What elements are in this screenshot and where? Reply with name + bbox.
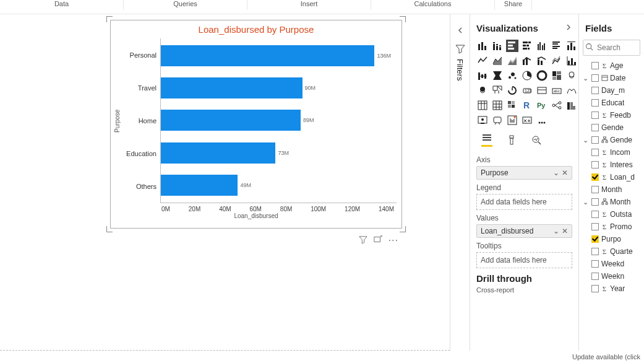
field-row[interactable]: ΣQuarte [583, 245, 644, 258]
slicer-icon[interactable] [565, 84, 578, 97]
values-field-remove-icon[interactable]: ✕ [562, 227, 568, 235]
field-checkbox[interactable] [591, 260, 599, 268]
ribbon-group-calculations[interactable]: Calculations [371, 0, 495, 10]
clustered-column-icon[interactable] [536, 40, 548, 52]
field-row[interactable]: Month [583, 183, 644, 196]
field-row[interactable]: Gende [583, 121, 644, 134]
scatter-icon[interactable] [506, 69, 518, 82]
analytics-tab[interactable] [531, 134, 542, 146]
shape-map-icon[interactable] [491, 84, 504, 97]
card-icon[interactable]: 123 [521, 84, 533, 97]
field-checkbox[interactable] [591, 223, 599, 230]
chevron-down-icon[interactable]: ⌄ [583, 136, 589, 144]
ribbon-group-share[interactable]: Share [495, 0, 532, 10]
collapse-viz-icon[interactable] [565, 24, 572, 33]
focus-mode-icon[interactable] [374, 235, 382, 246]
bar[interactable] [161, 175, 238, 196]
axis-field-remove-icon[interactable]: ✕ [562, 168, 568, 177]
report-canvas[interactable]: Loan_disbursed by Purpose Purpose Person… [0, 14, 450, 351]
map-icon[interactable] [565, 69, 578, 82]
donut-icon[interactable] [536, 69, 548, 82]
table-icon[interactable] [476, 99, 489, 112]
field-row[interactable]: Educat [583, 97, 644, 109]
chevron-down-icon[interactable]: ⌄ [583, 198, 589, 206]
filled-map-icon[interactable] [476, 84, 489, 97]
values-well[interactable]: Loan_disbursed ⌄✕ [476, 224, 572, 238]
line-stacked-icon[interactable] [536, 55, 548, 67]
field-checkbox[interactable] [591, 248, 599, 255]
matrix-icon[interactable] [491, 99, 504, 112]
field-row[interactable]: ΣFeedb [583, 109, 644, 121]
field-row[interactable]: ΣYear [583, 282, 644, 295]
ribbon-group-queries[interactable]: Queries [124, 0, 247, 10]
field-checkbox[interactable] [591, 112, 599, 119]
tooltips-well[interactable]: Add data fields here [476, 252, 572, 268]
stacked-bar-icon[interactable] [476, 40, 489, 52]
field-checkbox[interactable] [591, 74, 599, 82]
bar-chart-visual[interactable]: Loan_disbursed by Purpose Purpose Person… [108, 17, 405, 231]
field-checkbox[interactable] [591, 62, 599, 69]
r-visual-icon[interactable] [506, 99, 518, 112]
field-row[interactable]: ΣLoan_d [583, 171, 644, 183]
column-100-icon[interactable] [565, 40, 578, 52]
filter-icon[interactable] [359, 235, 367, 246]
stacked-column-icon[interactable] [491, 40, 504, 52]
powerapps-icon[interactable] [491, 114, 504, 126]
field-row[interactable]: ΣOutsta [583, 208, 644, 221]
custom-visual-icon[interactable] [506, 114, 518, 126]
line-column-icon[interactable] [521, 55, 533, 67]
field-row[interactable]: Weekn [583, 270, 644, 282]
field-row[interactable]: ΣInteres [583, 159, 644, 171]
clustered-bar-icon[interactable] [506, 40, 518, 52]
funnel-icon[interactable] [491, 69, 504, 82]
more-visuals-icon[interactable] [521, 114, 533, 126]
field-checkbox[interactable] [591, 186, 599, 193]
fields-search[interactable] [583, 40, 640, 56]
ribbon-group-insert[interactable]: Insert [247, 0, 371, 10]
key-influencers-icon[interactable]: Py [536, 99, 548, 112]
more-options-icon[interactable]: ··· [389, 235, 398, 246]
field-row[interactable]: ⌄Month [583, 196, 644, 208]
field-checkbox[interactable] [591, 161, 599, 168]
axis-well[interactable]: Purpose ⌄✕ [476, 166, 572, 180]
field-checkbox[interactable] [591, 273, 599, 280]
line-icon[interactable] [476, 55, 489, 67]
waterfall-icon[interactable] [565, 55, 578, 67]
bar[interactable] [161, 77, 303, 98]
stacked-area-icon[interactable] [506, 55, 518, 67]
field-row[interactable]: Day_m [583, 84, 644, 97]
viz-icon[interactable] [536, 114, 548, 126]
ribbon-group-data[interactable]: Data [0, 0, 124, 10]
axis-field-dropdown-icon[interactable]: ⌄ [553, 168, 559, 177]
fields-tab[interactable] [481, 133, 492, 147]
qa-icon[interactable] [565, 99, 578, 112]
field-checkbox[interactable] [591, 173, 599, 181]
field-row[interactable]: Weekd [583, 258, 644, 270]
area-icon[interactable] [491, 55, 504, 67]
field-checkbox[interactable] [591, 99, 599, 107]
pie-icon[interactable] [521, 69, 533, 82]
fields-search-input[interactable] [596, 43, 638, 53]
bar[interactable] [161, 45, 374, 66]
status-bar-update[interactable]: Update available (click [572, 351, 640, 363]
axis-field-pill[interactable]: Purpose [481, 168, 509, 177]
treemap-icon[interactable] [551, 69, 563, 82]
field-checkbox[interactable] [591, 136, 599, 144]
stacked-bar-100-icon[interactable] [521, 40, 533, 52]
field-checkbox[interactable] [591, 124, 599, 131]
tornado-icon[interactable] [476, 69, 489, 82]
paginated-icon[interactable] [476, 114, 489, 126]
field-checkbox[interactable] [591, 149, 599, 156]
field-checkbox[interactable] [591, 211, 599, 218]
multi-card-icon[interactable] [536, 84, 548, 97]
field-checkbox[interactable] [591, 87, 599, 94]
bar[interactable] [161, 142, 275, 164]
field-checkbox[interactable] [591, 235, 599, 243]
field-row[interactable]: ⌄Gende [583, 134, 644, 146]
decomposition-icon[interactable] [551, 99, 563, 112]
field-row[interactable]: ΣPromo [583, 221, 644, 233]
legend-well[interactable]: Add data fields here [476, 194, 572, 210]
py-visual-icon[interactable]: R [521, 99, 533, 112]
values-field-pill[interactable]: Loan_disbursed [481, 227, 533, 235]
field-row[interactable]: ⌄Date [583, 72, 644, 84]
